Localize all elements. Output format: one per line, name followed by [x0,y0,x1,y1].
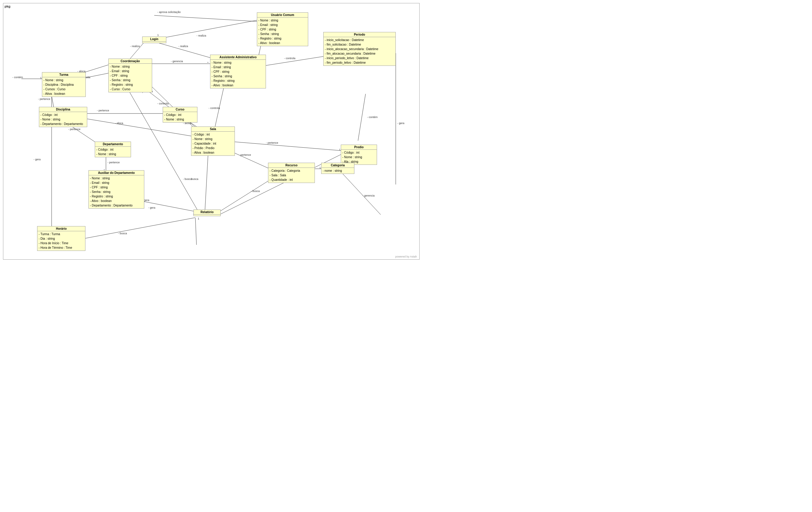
svg-line-45 [221,141,341,151]
svg-text:- gerencia: - gerencia [362,194,375,197]
class-curso-header: Curso [163,107,197,112]
svg-text:- realiza: - realiza [197,34,206,37]
class-departamento-body: - Código : int - Nome : string [95,147,131,157]
svg-text:- realiza: - realiza [178,45,188,48]
svg-text:- busca: - busca [183,177,192,180]
svg-text:- contém: - contém [367,116,378,119]
class-login: Login [142,36,166,43]
pkg-label: pkg [4,4,10,8]
class-assistente-header: Assistente Administrativo [210,55,266,60]
svg-text:1: 1 [319,166,321,169]
class-recurso: Recurso - Categoria : Categoria - Sala :… [268,163,315,183]
svg-line-56 [341,172,381,215]
class-categoria-body: - nome : string [321,168,354,174]
svg-text:- contém: - contém [12,76,23,79]
class-sala-header: Sala [192,127,235,132]
class-usuario-comum-header: Usuário Comum [257,13,308,18]
class-turma-body: - Nome : string - Disciplina : Disciplin… [42,77,85,96]
class-curso-body: - Código : int - Nome : string [163,112,197,122]
class-auxiliar-body: - Nome : string - Email : string - CPF :… [89,175,144,208]
svg-text:- gera: - gera [397,122,405,125]
class-curso: Curso - Código : int - Nome : string [163,107,197,122]
class-relatorio: Relatório [194,209,221,216]
class-relatorio-body [194,215,220,216]
class-auxiliar-departamento: Auxiliar do Departamento - Nome : string… [88,170,144,208]
class-predio: Predio - Código : int - Nome : string - … [341,145,377,165]
svg-text:- gera: - gera [148,206,155,209]
class-predio-body: - Código : int - Nome : string - Ala : s… [341,150,377,165]
svg-text:- pertence: - pertence [38,97,50,101]
svg-text:- controla: - controla [157,102,169,105]
class-login-body [143,42,166,43]
class-horario-body: - Turma : Turma - Dia : string - Hora de… [37,231,85,251]
svg-text:- aprova solicitação: - aprova solicitação [157,10,181,13]
class-periodo-body: - inicio_solicitacao : Datetime - fim_so… [324,37,396,65]
svg-text:- busca: - busca [251,190,260,193]
class-categoria: Categoria - nome : string [321,163,354,174]
class-assistente-body: - Nome : string - Email : string - CPF :… [210,60,266,88]
class-categoria-header: Categoria [321,163,354,168]
class-turma-header: Turma [42,73,85,77]
svg-text:*: * [207,61,209,64]
svg-text:- pertence: - pertence [239,153,251,157]
svg-text:- controla: - controla [284,57,295,60]
svg-text:- pertence: - pertence [266,141,278,144]
svg-text:- pertence: - pertence [68,128,81,131]
svg-line-67 [195,218,197,245]
class-usuario-comum: Usuário Comum - Nome : string - Email : … [257,12,308,46]
class-sala: Sala - Código : int - Nome : string - Ca… [191,126,235,156]
svg-text:- gera: - gera [33,158,41,161]
svg-text:busca: busca [191,177,198,180]
class-disciplina-body: - Código : int - Nome : string - Departa… [39,112,87,127]
class-login-header: Login [143,37,166,42]
svg-text:- controla: - controla [209,107,220,110]
class-disciplina: Disciplina - Código : int - Nome : strin… [39,107,87,127]
class-coordenacao: Coordenação - Nome : string - Email : st… [108,59,152,92]
svg-line-7 [154,16,257,22]
svg-line-0 [157,19,266,39]
svg-line-48 [358,94,366,141]
class-recurso-body: - Categoria : Categoria - Sala : Sala - … [268,168,315,183]
class-turma: Turma - Nome : string - Disciplina : Dis… [42,72,86,97]
class-predio-header: Predio [341,145,377,150]
svg-line-65 [67,218,195,242]
class-departamento: Departamento - Código : int - Nome : str… [95,142,131,157]
svg-text:1: 1 [157,33,159,36]
class-horario-header: Horário [37,226,85,231]
class-relatorio-header: Relatório [194,210,220,215]
class-periodo: Periodo - inicio_solicitacao : Datetime … [323,32,396,66]
class-assistente-administrativo: Assistente Administrativo - Nome : strin… [210,55,266,88]
class-coordenacao-body: - Nome : string - Email : string - CPF :… [109,64,152,92]
svg-text:- pertence: - pertence [108,161,120,164]
class-sala-body: - Código : int - Nome : string - Capacid… [192,132,235,155]
svg-text:- pertence: - pertence [97,109,109,112]
svg-text:1: 1 [339,148,341,151]
diagram-container: pkg - realiza * - realiza - realiza - ap… [3,3,419,260]
class-auxiliar-header: Auxiliar do Departamento [89,171,144,175]
class-departamento-header: Departamento [95,142,131,147]
watermark: powered by Astah [395,255,417,258]
svg-text:- busca: - busca [118,232,127,235]
svg-text:- realiza: - realiza [130,45,140,48]
class-recurso-header: Recurso [268,163,315,168]
class-horario: Horário - Turma : Turma - Dia : string -… [37,226,85,251]
class-usuario-comum-body: - Nome : string - Email : string - CPF :… [257,18,308,46]
svg-line-41 [214,88,224,129]
class-coordenacao-header: Coordenação [109,59,152,64]
class-periodo-header: Periodo [324,32,396,37]
svg-text:1: 1 [198,217,199,220]
svg-text:- gerencia: - gerencia [171,60,183,63]
svg-text:- aloca: - aloca [115,122,123,125]
class-disciplina-header: Disciplina [39,107,87,112]
svg-text:1: 1 [40,76,42,79]
